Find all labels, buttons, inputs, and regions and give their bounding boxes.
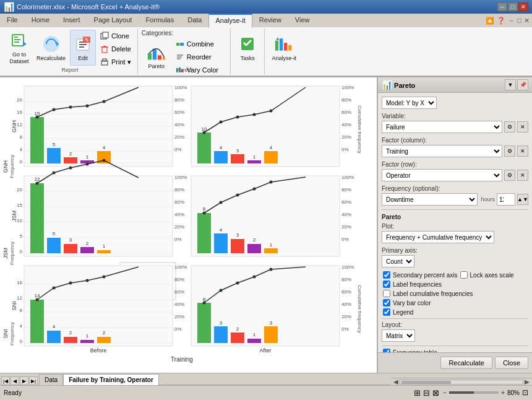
- layout-select[interactable]: Matrix: [382, 329, 415, 342]
- svg-rect-154: [214, 233, 228, 253]
- ribbon: File Home Insert Page Layout Formulas Da…: [0, 14, 532, 77]
- variable-clear-btn[interactable]: ✕: [517, 121, 528, 133]
- combine-button[interactable]: + Combine: [173, 38, 227, 50]
- legend-checkbox[interactable]: [383, 308, 390, 316]
- tasks-button[interactable]: Tasks: [234, 30, 260, 66]
- tab-insert[interactable]: Insert: [56, 14, 87, 27]
- model-select[interactable]: Model: Y by X: [382, 97, 437, 109]
- pareto-panel-collapse[interactable]: ▼: [505, 79, 516, 90]
- layout-label: Layout:: [382, 321, 528, 328]
- maximize-button[interactable]: □: [508, 2, 518, 11]
- factor-row-clear-btn[interactable]: ✕: [517, 170, 528, 181]
- label-cumul-checkbox[interactable]: [383, 290, 390, 297]
- svg-text:1: 1: [253, 332, 256, 337]
- recalculate-button[interactable]: Recalculate: [33, 30, 69, 66]
- factor-row-config-btn[interactable]: ⚙: [504, 170, 515, 181]
- factor-col-row: Factor (column): Training ⚙ ✕: [382, 137, 528, 157]
- model-row: Model: Y by X: [382, 97, 528, 109]
- svg-text:10: 10: [17, 218, 22, 224]
- legend-label: Legend: [393, 309, 413, 316]
- tab-analyse-it[interactable]: Analyse-it: [208, 14, 252, 28]
- goto-dataset-button[interactable]: Go toDataset: [6, 30, 32, 66]
- svg-rect-67: [64, 157, 77, 163]
- svg-text:1: 1: [270, 242, 273, 248]
- tab-nav-next[interactable]: ▶: [20, 376, 28, 385]
- vary-bar-checkbox[interactable]: [383, 299, 390, 307]
- ribbon-group-analyse: A Analyse-it: [265, 28, 303, 74]
- clone-icon: [100, 31, 109, 41]
- pareto-panel-content: Model: Y by X Variable: Failure ⚙ ✕ Fact…: [378, 93, 532, 352]
- tab-nav-prev[interactable]: ◀: [11, 376, 19, 385]
- variable-select[interactable]: Failure: [382, 121, 502, 133]
- lock-axes-checkbox[interactable]: [460, 271, 468, 279]
- scroll-left-btn[interactable]: ◀: [393, 378, 398, 385]
- close-button[interactable]: ✕: [518, 2, 528, 11]
- view-normal-icon[interactable]: ⊞: [414, 388, 421, 398]
- primary-axis-select[interactable]: Count: [382, 255, 414, 267]
- svg-point-217: [220, 289, 223, 292]
- recalculate-footer-button[interactable]: Recalculate: [440, 357, 492, 369]
- svg-point-195: [53, 287, 56, 290]
- svg-point-77: [103, 100, 106, 103]
- scroll-right-btn[interactable]: ▶: [525, 378, 530, 385]
- plot-select[interactable]: Frequency + Cumulative frequency: [382, 231, 494, 243]
- tab-review[interactable]: Review: [252, 14, 288, 27]
- svg-text:100%: 100%: [341, 85, 354, 90]
- svg-text:3: 3: [236, 232, 239, 238]
- sheet-tab-failure[interactable]: Failure by Training, Operator: [63, 374, 159, 385]
- svg-text:100%: 100%: [174, 264, 187, 270]
- frequency-select[interactable]: Downtime: [382, 193, 478, 206]
- view-layout-icon[interactable]: ⊟: [423, 388, 430, 398]
- pareto-panel: 📊 Pareto ▼ 📌 Model: Y by X Variable: F: [377, 77, 532, 373]
- svg-text:2: 2: [69, 151, 72, 157]
- pareto-panel-pin[interactable]: 📌: [517, 79, 528, 90]
- close-footer-button[interactable]: Close: [495, 357, 528, 369]
- frequency-spin-btn[interactable]: ▲▼: [517, 194, 528, 205]
- ribbon-group-report: Go toDataset Recalculate: [2, 28, 138, 74]
- reorder-button[interactable]: Reorder: [173, 51, 227, 63]
- tab-home[interactable]: Home: [25, 14, 56, 27]
- tab-view[interactable]: View: [288, 14, 317, 27]
- secondary-percent-checkbox[interactable]: [383, 271, 390, 279]
- tab-file[interactable]: File: [0, 14, 25, 27]
- legend-row: Legend: [382, 308, 528, 316]
- zoom-in-btn[interactable]: ＋: [500, 388, 506, 397]
- svg-rect-186: [47, 331, 61, 343]
- zoom-fit-btn[interactable]: ⊡: [522, 388, 528, 397]
- svg-text:0%: 0%: [174, 237, 182, 242]
- analyse-it-button[interactable]: A Analyse-it: [268, 30, 299, 66]
- factor-row-select[interactable]: Operator: [382, 169, 502, 181]
- clone-button[interactable]: Clone: [97, 30, 134, 42]
- frequency-num-input[interactable]: [497, 193, 515, 206]
- svg-text:0: 0: [20, 249, 23, 254]
- edit-button[interactable]: ✎ Edit: [70, 30, 96, 66]
- lock-axes-label: Lock axes scale: [470, 272, 514, 279]
- view-page-break-icon[interactable]: ⊠: [432, 388, 439, 398]
- svg-text:Frequency: Frequency: [9, 241, 15, 265]
- sheet-tabs: |◀ ◀ ▶ ▶| Data Failure by Training, Oper…: [0, 373, 532, 385]
- factor-col-select[interactable]: Training: [382, 145, 502, 157]
- factor-col-config-btn[interactable]: ⚙: [504, 146, 515, 157]
- variable-config-btn[interactable]: ⚙: [504, 121, 515, 133]
- zoom-slider[interactable]: [449, 391, 499, 394]
- tab-data[interactable]: Data: [181, 14, 208, 27]
- svg-text:0%: 0%: [341, 237, 349, 242]
- zoom-out-btn[interactable]: －: [442, 388, 448, 397]
- tab-formulas[interactable]: Formulas: [139, 14, 181, 27]
- label-freq-checkbox[interactable]: [383, 280, 390, 288]
- title-bar: 📊 Colorimeter.xlsx - Microsoft Excel + A…: [0, 0, 532, 14]
- svg-text:16: 16: [17, 280, 22, 285]
- svg-rect-107: [24, 176, 173, 256]
- recalculate-label: Recalculate: [36, 55, 66, 62]
- print-button[interactable]: Print ▾: [97, 56, 134, 68]
- delete-button[interactable]: Delete: [97, 43, 134, 55]
- svg-point-220: [270, 268, 273, 271]
- tab-nav-last[interactable]: ▶|: [29, 376, 38, 385]
- svg-text:20%: 20%: [341, 314, 351, 320]
- minimize-button[interactable]: ─: [497, 2, 507, 11]
- factor-col-clear-btn[interactable]: ✕: [517, 146, 528, 157]
- tab-nav-first[interactable]: |◀: [1, 376, 10, 385]
- sheet-tab-data[interactable]: Data: [39, 374, 63, 385]
- variable-label: Variable:: [382, 113, 528, 120]
- tab-page-layout[interactable]: Page Layout: [87, 14, 139, 27]
